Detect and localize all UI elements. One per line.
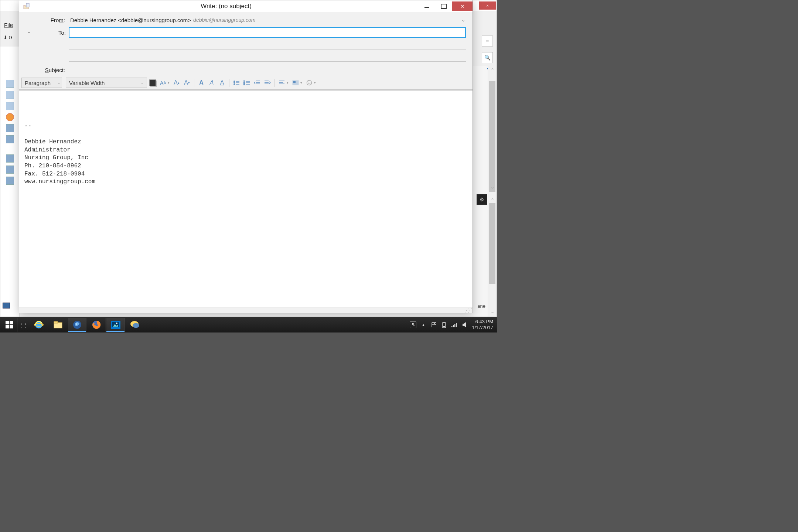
chat-taskbar-icon[interactable]	[126, 318, 144, 332]
svg-rect-61	[443, 326, 445, 327]
svg-rect-28	[6, 321, 9, 324]
compose-header: From: Debbie Hernandez <debbie@nursinggr…	[19, 12, 473, 63]
resize-grip-icon[interactable]: ⋰⋰	[464, 308, 471, 313]
font-family-dropdown[interactable]: Variable Width⌄	[66, 78, 147, 88]
svg-rect-63	[453, 325, 454, 327]
flag-tray-icon[interactable]	[430, 321, 437, 328]
thunderbird-taskbar-icon[interactable]	[68, 318, 86, 332]
sidebar-icon[interactable]	[6, 177, 14, 185]
close-button[interactable]	[452, 1, 473, 11]
svg-rect-53	[413, 324, 414, 325]
subject-input[interactable]	[69, 65, 467, 74]
sidebar-icon[interactable]	[6, 91, 14, 99]
signature-name: Debbie Hernandez	[24, 139, 81, 145]
to-field[interactable]	[69, 27, 466, 38]
to-label[interactable]: To:	[34, 27, 69, 38]
svg-point-42	[116, 323, 117, 324]
background-close-button[interactable]: ×	[479, 1, 496, 10]
firefox-taskbar-icon[interactable]	[87, 318, 106, 332]
from-value[interactable]: Debbie Hernandez <debbie@nursinggroup.co…	[69, 17, 191, 23]
minimize-button[interactable]	[418, 1, 435, 11]
background-settings-icon[interactable]: ⚙	[477, 194, 487, 205]
indent-button[interactable]	[263, 78, 272, 88]
sidebar-icon[interactable]	[6, 102, 14, 110]
svg-marker-66	[463, 322, 466, 327]
address-expand-icon[interactable]: ⌄	[24, 27, 34, 63]
sidebar-icon[interactable]	[6, 124, 14, 132]
font-size-button[interactable]: AA	[158, 78, 168, 88]
background-menu-button[interactable]: ≡	[482, 35, 493, 47]
from-dropdown-icon[interactable]: ⌄	[461, 17, 467, 23]
photos-taskbar-icon[interactable]	[106, 318, 125, 332]
taskbar-date: 1/17/2017	[472, 325, 493, 331]
svg-point-37	[76, 324, 77, 325]
window-title: Write: (no subject)	[34, 3, 418, 10]
svg-point-6	[234, 84, 235, 85]
outdent-button[interactable]	[252, 78, 262, 88]
from-label: From:	[24, 17, 69, 23]
to-input[interactable]	[69, 30, 465, 36]
svg-rect-31	[10, 325, 13, 328]
start-button[interactable]	[1, 318, 18, 332]
svg-rect-52	[412, 324, 413, 325]
underline-button[interactable]: A	[217, 78, 227, 88]
increase-size-button[interactable]: A▴	[172, 78, 181, 88]
ie-taskbar-icon[interactable]	[30, 318, 48, 332]
battery-tray-icon[interactable]	[441, 321, 447, 328]
background-pane-label: ane	[477, 303, 485, 309]
svg-rect-62	[451, 326, 453, 327]
text-color-button[interactable]	[149, 79, 156, 86]
svg-rect-47	[413, 323, 414, 324]
svg-rect-1	[26, 3, 29, 7]
maximize-button[interactable]	[435, 1, 452, 11]
titlebar: Write: (no subject)	[19, 0, 473, 12]
svg-point-2	[234, 81, 235, 82]
background-monitor-icon[interactable]	[3, 303, 10, 308]
volume-tray-icon[interactable]	[461, 321, 468, 328]
svg-rect-60	[443, 322, 445, 323]
emoji-button[interactable]	[304, 78, 314, 88]
bold-button[interactable]: A	[197, 78, 206, 88]
dropdown-caret-icon[interactable]: ▾	[287, 81, 289, 85]
taskbar-time: 6:43 PM	[472, 319, 493, 325]
address-field-blank[interactable]	[69, 40, 466, 50]
bullet-list-button[interactable]	[232, 78, 241, 88]
paragraph-style-dropdown[interactable]: Paragraph⌄	[21, 78, 62, 88]
dropdown-caret-icon[interactable]: ▾	[300, 81, 302, 85]
sidebar-icon[interactable]	[6, 166, 14, 174]
signature-separator: --	[24, 123, 31, 129]
insert-image-button[interactable]	[291, 78, 300, 88]
svg-point-25	[307, 81, 312, 85]
signature-company: Nursing Group, Inc	[24, 154, 88, 161]
signature-phone: Ph. 210-854-8962	[24, 163, 81, 169]
decrease-size-button[interactable]: A▾	[182, 78, 192, 88]
address-field-blank[interactable]	[69, 51, 466, 62]
background-scrollbar[interactable]: ⌃ ⌄ ⌃ ⌄	[488, 66, 497, 317]
svg-rect-29	[10, 321, 13, 324]
dropdown-caret-icon[interactable]: ▾	[314, 81, 316, 85]
dropdown-caret-icon[interactable]: ▾	[168, 81, 170, 85]
tray-expand-icon[interactable]: ▴	[420, 321, 427, 328]
signature-website: www.nursinggroup.com	[24, 178, 95, 185]
explorer-taskbar-icon[interactable]	[49, 318, 67, 332]
svg-rect-64	[454, 324, 456, 327]
taskbar-clock[interactable]: 6:43 PM 1/17/2017	[472, 319, 493, 330]
sidebar-icon[interactable]	[6, 154, 14, 163]
background-search-button[interactable]: 🔍	[482, 52, 493, 63]
signature-fax: Fax. 512-218-0904	[24, 171, 85, 177]
sidebar-firefox-icon[interactable]	[6, 113, 14, 121]
svg-rect-46	[412, 323, 413, 324]
network-tray-icon[interactable]	[451, 321, 458, 328]
numbered-list-button[interactable]: 123	[242, 78, 252, 88]
svg-rect-65	[456, 323, 457, 327]
svg-rect-58	[413, 325, 415, 326]
sidebar-icon[interactable]	[6, 135, 14, 143]
compose-body[interactable]: -- Debbie Hernandez Administrator Nursin…	[19, 90, 473, 307]
svg-text:3: 3	[243, 84, 245, 85]
sidebar-icon[interactable]	[6, 80, 14, 88]
keyboard-tray-icon[interactable]	[410, 321, 416, 328]
italic-button[interactable]: A	[207, 78, 216, 88]
align-button[interactable]	[277, 78, 287, 88]
compose-statusbar: ⋰⋰	[19, 307, 473, 313]
background-sidebar	[0, 47, 20, 317]
